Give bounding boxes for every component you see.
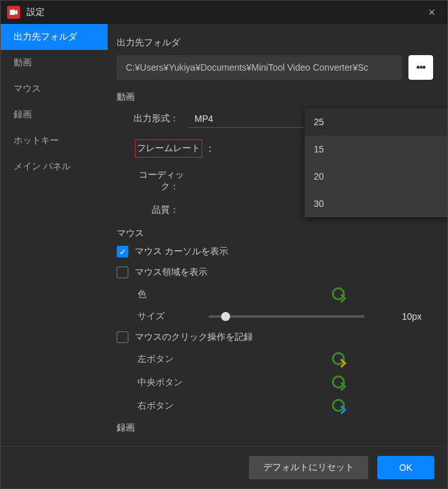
sidebar-item-mainpanel[interactable]: メイン パネル [1, 154, 108, 180]
record-clicks-label: マウスのクリック操作を記録 [135, 331, 253, 343]
sidebar-item-record[interactable]: 録画 [1, 102, 108, 128]
show-area-checkbox[interactable] [117, 267, 128, 278]
browse-button[interactable]: ••• [408, 55, 433, 80]
record-section-title: 録画 [117, 422, 433, 434]
left-button-label: 左ボタン [137, 353, 202, 365]
reset-button[interactable]: デフォルトにリセット [249, 456, 368, 479]
framerate-option-30[interactable]: 30 [305, 190, 447, 217]
middle-color-icon[interactable] [332, 376, 346, 390]
left-color-icon[interactable] [332, 352, 346, 366]
right-button-label: 右ボタン [137, 400, 202, 412]
size-slider[interactable] [209, 315, 364, 318]
close-icon[interactable]: × [423, 3, 441, 21]
framerate-option-20[interactable]: 20 [305, 163, 447, 190]
middle-button-label: 中央ボタン [137, 377, 202, 388]
quality-label: 品質： [117, 204, 188, 216]
sidebar-item-hotkey[interactable]: ホットキー [1, 128, 108, 154]
ellipsis-icon: ••• [416, 62, 425, 73]
titlebar: 設定 × [1, 1, 447, 24]
area-color-label: 色 [137, 289, 202, 300]
button-row: デフォルトにリセット OK [1, 446, 447, 488]
settings-window: 設定 × 出力先フォルダ 動画 マウス 録画 ホットキー メイン パネル 出力先… [0, 0, 448, 489]
slider-thumb[interactable] [221, 312, 230, 321]
framerate-dropdown[interactable]: 25 ▼ 15 20 30 [305, 108, 447, 217]
app-icon [7, 6, 20, 19]
output-section-title: 出力先フォルダ [117, 37, 433, 49]
svg-rect-0 [10, 10, 15, 15]
window-title: 設定 [27, 6, 423, 18]
framerate-label: フレームレート [135, 139, 202, 158]
record-clicks-checkbox[interactable] [117, 331, 128, 343]
format-label: 出力形式： [117, 113, 188, 125]
area-color-icon[interactable] [332, 287, 346, 302]
size-value: 10px [402, 311, 421, 322]
codec-label: コーディック： [117, 169, 188, 193]
mouse-section-title: マウス [117, 228, 433, 239]
main-panel: 出力先フォルダ C:¥Users¥Yukiya¥Documents¥MiniTo… [108, 24, 447, 446]
framerate-option-15[interactable]: 15 [305, 136, 447, 163]
format-value: MP4 [195, 113, 213, 124]
show-area-label: マウス領域を表示 [135, 267, 207, 278]
sidebar: 出力先フォルダ 動画 マウス 録画 ホットキー メイン パネル [1, 24, 108, 446]
output-path-field[interactable]: C:¥Users¥Yukiya¥Documents¥MiniTool Video… [117, 55, 402, 80]
area-size-label: サイズ [137, 311, 202, 322]
show-cursor-label: マウス カーソルを表示 [135, 246, 228, 257]
video-section-title: 動画 [117, 91, 433, 103]
sidebar-item-video[interactable]: 動画 [1, 50, 108, 76]
right-color-icon[interactable] [332, 399, 346, 413]
dialog-body: 出力先フォルダ 動画 マウス 録画 ホットキー メイン パネル 出力先フォルダ … [1, 24, 447, 446]
sidebar-item-output[interactable]: 出力先フォルダ [1, 24, 108, 50]
show-cursor-checkbox[interactable]: ✓ [117, 246, 128, 257]
ok-button[interactable]: OK [377, 456, 434, 479]
framerate-selected[interactable]: 25 ▼ [305, 108, 447, 136]
sidebar-item-mouse[interactable]: マウス [1, 76, 108, 102]
